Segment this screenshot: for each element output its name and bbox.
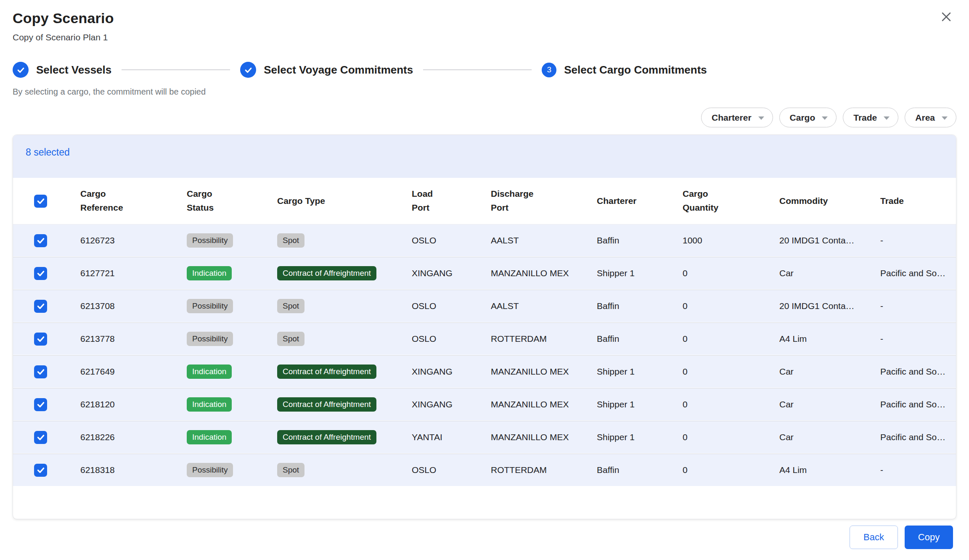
- cell-load-port: OSLO: [412, 301, 491, 311]
- step-select-cargo-commitments[interactable]: 3 Select Cargo Commitments: [542, 63, 707, 77]
- close-button[interactable]: [938, 9, 955, 26]
- table-row[interactable]: 6213778 Possibility Spot OSLO ROTTERDAM …: [13, 323, 956, 355]
- cargo-status-badge: Possibility: [187, 299, 233, 313]
- filter-cargo[interactable]: Cargo: [779, 108, 837, 127]
- cargo-type-badge: Spot: [277, 299, 304, 313]
- cell-cargo-type: Contract of Affreightment: [277, 365, 412, 379]
- cargo-commitments-table-panel: 8 selected Cargo Reference Cargo Status …: [13, 135, 956, 519]
- dialog-subtitle: Copy of Scenario Plan 1: [13, 32, 953, 42]
- copy-button[interactable]: Copy: [905, 526, 953, 549]
- row-checkbox[interactable]: [34, 300, 47, 313]
- row-checkbox[interactable]: [34, 431, 47, 444]
- cargo-status-badge: Indication: [187, 397, 232, 412]
- cargo-status-badge: Possibility: [187, 233, 233, 248]
- cargo-status-badge: Indication: [187, 266, 232, 280]
- column-header-charterer: Charterer: [597, 194, 683, 208]
- column-header-load-port: Load Port: [412, 187, 491, 214]
- step-label: Select Voyage Commitments: [264, 63, 413, 77]
- back-button[interactable]: Back: [850, 526, 898, 549]
- column-header-cargo-reference: Cargo Reference: [80, 187, 187, 214]
- table-row[interactable]: 6127721 Indication Contract of Affreight…: [13, 257, 956, 289]
- filter-charterer[interactable]: Charterer: [701, 108, 773, 127]
- cell-commodity: 20 IMDG1 Conta…: [779, 301, 880, 311]
- cell-cargo-status: Indication: [187, 430, 277, 444]
- cell-load-port: OSLO: [412, 334, 491, 344]
- page-title: Copy Scenario: [13, 10, 953, 26]
- helper-text: By selecting a cargo, the commitment wil…: [13, 87, 956, 97]
- cell-discharge-port: ROTTERDAM: [491, 334, 597, 344]
- cell-charterer: Shipper 1: [597, 399, 683, 409]
- close-icon: [940, 11, 953, 25]
- table-row[interactable]: 6218318 Possibility Spot OSLO ROTTERDAM …: [13, 454, 956, 486]
- table-row[interactable]: 6217649 Indication Contract of Affreight…: [13, 356, 956, 388]
- cargo-type-badge: Spot: [277, 233, 304, 248]
- cell-cargo-reference: 6218226: [80, 432, 187, 442]
- column-header-cargo-quantity: Cargo Quantity: [683, 187, 779, 214]
- column-header-cargo-status: Cargo Status: [187, 187, 277, 214]
- cell-cargo-quantity: 0: [683, 268, 779, 278]
- cell-load-port: XINGANG: [412, 399, 491, 409]
- table-row[interactable]: 6126723 Possibility Spot OSLO AALST Baff…: [13, 225, 956, 256]
- step-label: Select Vessels: [36, 63, 111, 77]
- cell-commodity: Car: [779, 432, 880, 442]
- cell-cargo-status: Possibility: [187, 463, 277, 477]
- row-checkbox[interactable]: [34, 267, 47, 280]
- filter-trade[interactable]: Trade: [843, 108, 898, 127]
- cell-cargo-quantity: 1000: [683, 235, 779, 246]
- cell-discharge-port: MANZANILLO MEX: [491, 268, 597, 278]
- cargo-type-badge: Contract of Affreightment: [277, 397, 376, 412]
- cell-cargo-status: Possibility: [187, 233, 277, 248]
- dialog-actions: Back Copy: [0, 526, 953, 549]
- select-all-checkbox[interactable]: [34, 195, 47, 208]
- column-header-trade: Trade: [880, 194, 956, 208]
- cell-load-port: YANTAI: [412, 432, 491, 442]
- cell-cargo-type: Contract of Affreightment: [277, 266, 412, 280]
- cell-commodity: 20 IMDG1 Conta…: [779, 235, 880, 246]
- cell-charterer: Shipper 1: [597, 432, 683, 442]
- column-header-cargo-type: Cargo Type: [277, 194, 412, 208]
- row-checkbox[interactable]: [34, 333, 47, 346]
- cell-cargo-quantity: 0: [683, 334, 779, 344]
- cell-trade: -: [880, 465, 956, 475]
- cell-commodity: Car: [779, 399, 880, 409]
- cargo-status-badge: Possibility: [187, 332, 233, 346]
- row-checkbox[interactable]: [34, 234, 47, 247]
- filter-label: Area: [915, 113, 935, 123]
- cell-cargo-reference: 6213708: [80, 301, 187, 311]
- cell-charterer: Baffin: [597, 235, 683, 246]
- step-number-badge: 3: [542, 63, 556, 77]
- cell-charterer: Shipper 1: [597, 268, 683, 278]
- cell-trade: Pacific and So…: [880, 432, 956, 442]
- row-checkbox[interactable]: [34, 398, 47, 411]
- cell-trade: Pacific and So…: [880, 268, 956, 278]
- cell-cargo-reference: 6127721: [80, 268, 187, 278]
- filter-label: Trade: [853, 113, 877, 123]
- step-check-icon: [13, 62, 29, 78]
- cell-discharge-port: MANZANILLO MEX: [491, 367, 597, 377]
- cell-cargo-quantity: 0: [683, 465, 779, 475]
- chevron-down-icon: [822, 116, 828, 120]
- table-row[interactable]: 6213708 Possibility Spot OSLO AALST Baff…: [13, 290, 956, 322]
- cell-cargo-reference: 6213778: [80, 334, 187, 344]
- row-checkbox[interactable]: [34, 464, 47, 477]
- cargo-type-badge: Spot: [277, 463, 304, 477]
- cell-cargo-reference: 6218318: [80, 465, 187, 475]
- cell-cargo-quantity: 0: [683, 399, 779, 409]
- stepper-connector: [423, 69, 532, 70]
- table-row[interactable]: 6218120 Indication Contract of Affreight…: [13, 388, 956, 420]
- row-checkbox[interactable]: [34, 365, 47, 378]
- cell-load-port: OSLO: [412, 235, 491, 246]
- cargo-status-badge: Indication: [187, 430, 232, 444]
- cargo-type-badge: Contract of Affreightment: [277, 365, 376, 379]
- step-select-vessels[interactable]: Select Vessels: [13, 62, 111, 78]
- table-row[interactable]: 6218226 Indication Contract of Affreight…: [13, 421, 956, 453]
- filter-area[interactable]: Area: [905, 108, 956, 127]
- step-select-voyage-commitments[interactable]: Select Voyage Commitments: [240, 62, 413, 78]
- selected-count: 8 selected: [26, 147, 70, 158]
- filter-bar: Charterer Cargo Trade Area: [0, 108, 956, 127]
- cell-cargo-quantity: 0: [683, 367, 779, 377]
- cell-charterer: Baffin: [597, 301, 683, 311]
- cargo-type-badge: Contract of Affreightment: [277, 430, 376, 444]
- cell-load-port: XINGANG: [412, 268, 491, 278]
- cell-trade: -: [880, 334, 956, 344]
